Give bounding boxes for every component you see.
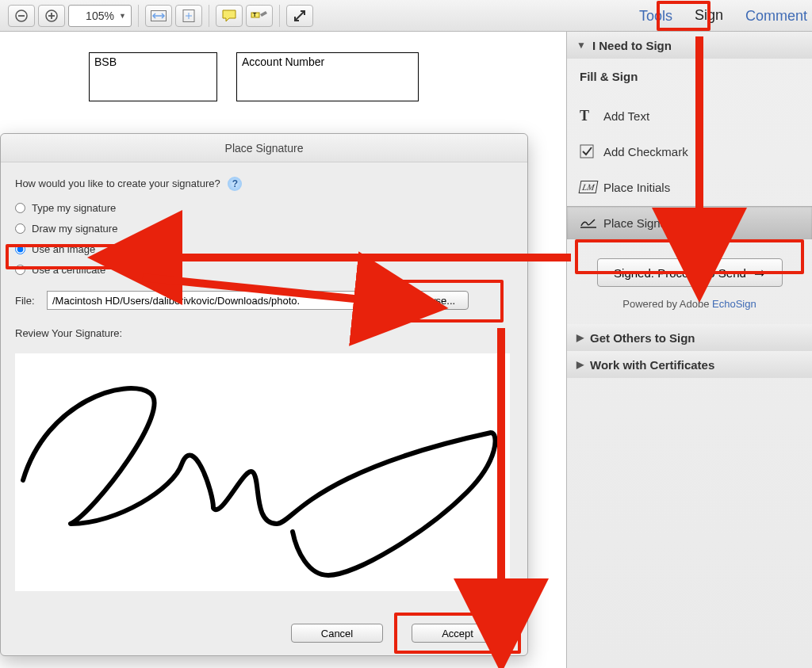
proceed-to-send-label: Signed. Proceed to Send bbox=[614, 266, 746, 280]
zoom-level-value: 105% bbox=[86, 10, 114, 22]
add-text-item[interactable]: T Add Text bbox=[567, 99, 812, 132]
tab-tools[interactable]: Tools bbox=[639, 8, 672, 25]
highlight-button[interactable]: T bbox=[246, 5, 273, 27]
place-initials-item[interactable]: LM Place Initials bbox=[567, 170, 812, 204]
dialog-buttons: Cancel Accept bbox=[1, 624, 527, 643]
toolbar-separator bbox=[279, 5, 280, 27]
svg-text:T: T bbox=[253, 12, 257, 17]
browse-button[interactable]: Browse... bbox=[399, 291, 469, 310]
svg-point-2 bbox=[46, 10, 57, 21]
section-i-need-to-sign[interactable]: ▼ I Need to Sign bbox=[567, 32, 812, 59]
radio-use-certificate-label: Use a certificate bbox=[32, 264, 105, 276]
section-get-others-to-sign[interactable]: ▶ Get Others to Sign bbox=[567, 324, 812, 351]
file-path-input[interactable] bbox=[47, 291, 388, 310]
radio-draw-signature-label: Draw my signature bbox=[32, 223, 117, 235]
radio-use-image-input[interactable] bbox=[15, 244, 25, 254]
section-certs-label: Work with Certificates bbox=[590, 358, 714, 372]
checkmark-icon bbox=[580, 144, 603, 158]
powered-by: Powered by Adobe EchoSign bbox=[580, 298, 799, 310]
tab-comment[interactable]: Comment bbox=[745, 8, 807, 25]
plus-icon bbox=[45, 10, 58, 22]
form-field-account-label: Account Number bbox=[242, 55, 324, 68]
tab-sign[interactable]: Sign bbox=[687, 2, 731, 30]
zoom-level-field[interactable]: 105% ▼ bbox=[68, 5, 132, 27]
chevron-down-icon: ▼ bbox=[576, 40, 586, 51]
dialog-prompt: How would you like to create your signat… bbox=[15, 177, 513, 191]
i-need-to-sign-content: Fill & Sign T Add Text Add Checkmark LM … bbox=[567, 59, 812, 324]
review-label: Review Your Signature: bbox=[15, 327, 513, 339]
toolbar-separator bbox=[209, 5, 209, 27]
arrow-right-icon: ➡ bbox=[754, 265, 765, 281]
minus-icon bbox=[15, 10, 28, 22]
accept-button[interactable]: Accept bbox=[412, 624, 504, 643]
radio-draw-signature[interactable]: Draw my signature bbox=[15, 218, 513, 239]
radio-type-signature-input[interactable] bbox=[15, 203, 25, 213]
top-toolbar: 105% ▼ T Tools Sign Comment bbox=[0, 0, 812, 32]
svg-rect-13 bbox=[580, 145, 593, 158]
initials-icon: LM bbox=[580, 181, 603, 193]
section-work-with-certificates[interactable]: ▶ Work with Certificates bbox=[567, 351, 812, 378]
form-field-account[interactable]: Account Number bbox=[236, 52, 419, 101]
radio-type-signature-label: Type my signature bbox=[32, 202, 116, 214]
sticky-note-button[interactable] bbox=[216, 5, 243, 27]
radio-type-signature[interactable]: Type my signature bbox=[15, 197, 513, 218]
right-tabs: Tools Sign Comment bbox=[639, 0, 807, 32]
add-checkmark-item[interactable]: Add Checkmark bbox=[567, 135, 812, 168]
file-label: File: bbox=[15, 295, 47, 307]
echosign-link[interactable]: EchoSign bbox=[712, 298, 756, 310]
cancel-button[interactable]: Cancel bbox=[291, 624, 383, 643]
chevron-right-icon: ▶ bbox=[576, 332, 584, 343]
fit-width-icon bbox=[151, 10, 167, 21]
dialog-title: Place Signature bbox=[1, 134, 527, 162]
place-signature-label: Place Signature bbox=[603, 216, 688, 230]
powered-prefix: Powered by Adobe bbox=[622, 298, 712, 310]
help-icon[interactable]: ? bbox=[228, 177, 242, 191]
toolbar-separator bbox=[138, 5, 139, 27]
signature-image bbox=[15, 353, 510, 591]
place-signature-dialog: Place Signature How would you like to cr… bbox=[0, 133, 528, 656]
add-text-label: Add Text bbox=[603, 109, 649, 123]
fullscreen-button[interactable] bbox=[286, 5, 313, 27]
section-get-others-label: Get Others to Sign bbox=[590, 331, 695, 345]
signature-icon bbox=[580, 216, 603, 229]
radio-use-image[interactable]: Use an image bbox=[15, 239, 513, 259]
radio-draw-signature-input[interactable] bbox=[15, 223, 25, 234]
add-checkmark-label: Add Checkmark bbox=[603, 145, 688, 158]
section-i-need-to-sign-label: I Need to Sign bbox=[592, 39, 672, 52]
radio-use-image-label: Use an image bbox=[32, 243, 95, 255]
dialog-prompt-text: How would you like to create your signat… bbox=[15, 177, 220, 189]
radio-use-certificate[interactable]: Use a certificate bbox=[15, 259, 513, 280]
fullscreen-icon bbox=[293, 10, 306, 22]
svg-line-12 bbox=[295, 11, 304, 21]
chevron-right-icon: ▶ bbox=[576, 359, 584, 370]
proceed-to-send-button[interactable]: Signed. Proceed to Send ➡ bbox=[597, 258, 783, 287]
place-signature-item[interactable]: Place Signature bbox=[567, 206, 812, 239]
svg-rect-5 bbox=[151, 10, 167, 21]
fit-width-button[interactable] bbox=[145, 5, 172, 27]
chevron-down-icon: ▼ bbox=[119, 12, 126, 20]
fit-page-icon bbox=[181, 10, 197, 22]
place-initials-label: Place Initials bbox=[603, 181, 670, 194]
text-icon: T bbox=[580, 108, 603, 124]
svg-point-0 bbox=[16, 10, 27, 21]
zoom-in-button[interactable] bbox=[38, 5, 65, 27]
form-field-bsb[interactable]: BSB bbox=[89, 52, 217, 101]
fit-page-button[interactable] bbox=[175, 5, 202, 27]
form-field-bsb-label: BSB bbox=[94, 55, 117, 68]
sign-panel: ▼ I Need to Sign Fill & Sign T Add Text … bbox=[566, 32, 812, 668]
svg-rect-7 bbox=[183, 10, 194, 21]
file-row: File: Browse... bbox=[15, 291, 513, 310]
highlight-icon: T bbox=[251, 10, 268, 22]
fill-and-sign-subhead: Fill & Sign bbox=[580, 70, 799, 83]
browse-wrap: Browse... bbox=[399, 291, 469, 310]
radio-use-certificate-input[interactable] bbox=[15, 265, 25, 275]
sticky-note-icon bbox=[222, 10, 236, 22]
signature-method-radios: Type my signature Draw my signature Use … bbox=[15, 197, 513, 280]
svg-rect-10 bbox=[251, 13, 259, 17]
zoom-out-button[interactable] bbox=[8, 5, 35, 27]
signature-preview bbox=[15, 353, 510, 591]
